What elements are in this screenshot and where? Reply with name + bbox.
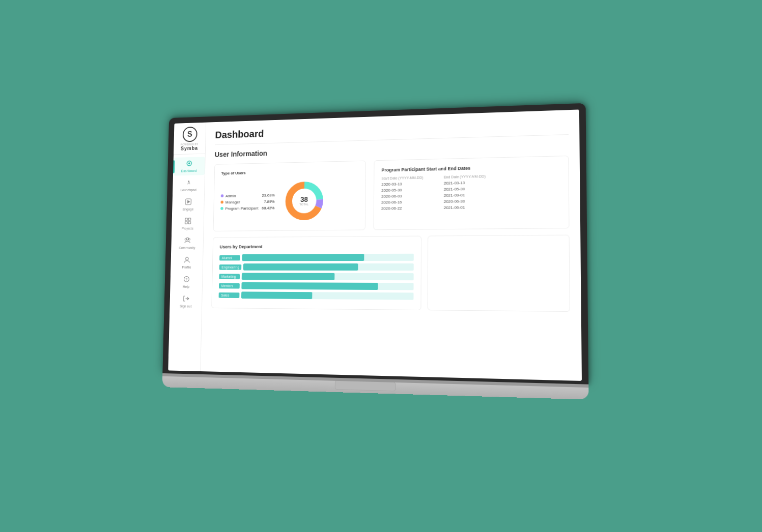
- projects-label: Projects: [181, 227, 193, 230]
- start-date-2: 2020-05-30: [381, 188, 423, 193]
- bar-label-engineering: Engineering: [219, 264, 241, 270]
- donut-chart: 38 TOTAL: [282, 179, 326, 224]
- sidebar-item-dashboard[interactable]: Dashboard: [173, 157, 205, 175]
- dates-table: Start Date (YYYY-MM-DD) 2020-03-13 2020-…: [381, 173, 560, 212]
- bar-track-engineering: [243, 263, 414, 271]
- chart-area: Admin 23.68% Manager 7.89%: [220, 178, 358, 224]
- start-date-1: 2020-03-13: [381, 182, 423, 187]
- legend: Admin 23.68% Manager 7.89%: [220, 193, 275, 211]
- bar-row-engineering: Engineering: [219, 263, 413, 271]
- participant-percent: 68.42%: [260, 205, 274, 210]
- dashboard-label: Dashboard: [181, 169, 196, 172]
- dept-chart-title: Users by Department: [219, 244, 414, 250]
- svg-rect-4: [185, 218, 187, 221]
- help-icon: ?: [183, 276, 189, 284]
- manager-name: Manager: [225, 200, 240, 204]
- projects-icon: [184, 218, 191, 226]
- brand-name: Symba: [181, 145, 198, 151]
- launchpad-icon: [185, 179, 191, 187]
- end-dates-col: End Date (YYYY-MM-DD) 2021-03-13 2021-05…: [443, 174, 485, 212]
- legend-participant: Program Participant 68.42%: [220, 205, 274, 211]
- end-date-5: 2021-06-01: [443, 205, 485, 210]
- bar-label-mentors: Mentors: [218, 283, 239, 288]
- sidebar: S POWERED BY Symba Dashbo: [168, 123, 206, 371]
- engage-label: Engage: [182, 208, 193, 211]
- participant-name: Program Participant: [225, 206, 259, 211]
- sidebar-item-community[interactable]: Community: [171, 234, 203, 253]
- admin-percent: 23.68%: [260, 193, 274, 197]
- start-col-title: Start Date (YYYY-MM-DD): [381, 176, 423, 181]
- bar-track-alumni: [242, 254, 414, 261]
- svg-rect-5: [188, 218, 190, 221]
- sidebar-item-signout[interactable]: Sign out: [170, 292, 202, 311]
- legend-admin: Admin 23.68%: [220, 193, 274, 198]
- manager-percent: 7.89%: [260, 199, 274, 204]
- signout-icon: [182, 295, 189, 303]
- bar-label-marketing: Marketing: [219, 274, 240, 279]
- bar-row-mentors: Mentors: [218, 282, 413, 290]
- bar-row-sales: Sales: [218, 291, 413, 300]
- signout-label: Sign out: [179, 305, 191, 308]
- bar-row-marketing: Marketing: [219, 273, 414, 280]
- bar-label-alumni: Alumni: [219, 255, 240, 260]
- admin-name: Admin: [225, 193, 236, 198]
- section-title-user-info: User Information: [214, 141, 568, 158]
- logo-area: S POWERED BY Symba: [173, 126, 205, 155]
- sidebar-item-help[interactable]: ? Help: [170, 273, 202, 291]
- start-date-3: 2020-06-03: [381, 193, 423, 198]
- sidebar-item-profile[interactable]: Profile: [171, 253, 203, 272]
- svg-rect-7: [188, 221, 190, 224]
- community-icon: [184, 237, 190, 245]
- manager-dot: [220, 201, 223, 204]
- type-of-users-title: Type of Users: [221, 168, 358, 176]
- bar-fill-alumni: [242, 254, 364, 261]
- profile-icon: [183, 256, 190, 264]
- launchpad-label: Launchpad: [180, 188, 196, 192]
- legend-manager: Manager 7.89%: [220, 199, 274, 204]
- admin-dot: [220, 194, 223, 197]
- bar-fill-engineering: [243, 263, 358, 271]
- sidebar-item-projects[interactable]: Projects: [172, 215, 204, 233]
- svg-marker-3: [187, 200, 190, 203]
- community-label: Community: [179, 246, 195, 250]
- active-indicator: [173, 160, 175, 173]
- end-date-3: 2021-09-01: [443, 192, 485, 197]
- donut-total: 38: [299, 196, 308, 203]
- participant-dot: [220, 207, 223, 210]
- start-date-5: 2020-06-22: [381, 205, 422, 211]
- svg-text:?: ?: [185, 277, 187, 282]
- page-title: Dashboard: [215, 118, 569, 145]
- top-section: Type of Users Admin 23.68%: [213, 156, 569, 231]
- empty-card: [427, 235, 570, 312]
- main-content: Dashboard User Information Type of Users…: [201, 109, 582, 381]
- sidebar-item-engage[interactable]: Engage: [172, 195, 204, 214]
- start-date-4: 2020-06-16: [381, 199, 423, 204]
- bar-track-sales: [241, 291, 414, 300]
- dates-section-title: Program Participant Start and End Dates: [381, 164, 560, 173]
- dept-card: Users by Department Alumni Engineering: [211, 236, 421, 311]
- bar-track-marketing: [241, 273, 413, 281]
- end-date-2: 2021-05-30: [443, 186, 485, 191]
- dates-card: Program Participant Start and End Dates …: [373, 156, 569, 230]
- svg-point-10: [188, 239, 189, 240]
- svg-point-9: [184, 239, 186, 240]
- svg-point-11: [185, 257, 188, 260]
- sidebar-item-launchpad[interactable]: Launchpad: [173, 176, 205, 195]
- end-col-title: End Date (YYYY-MM-DD): [443, 174, 485, 179]
- dashboard-icon: [185, 160, 192, 168]
- bar-fill-marketing: [241, 273, 334, 280]
- profile-label: Profile: [182, 265, 191, 269]
- end-date-1: 2021-03-13: [443, 180, 485, 186]
- start-dates-col: Start Date (YYYY-MM-DD) 2020-03-13 2020-…: [381, 176, 423, 213]
- trackpad: [334, 380, 396, 392]
- donut-center: 38 TOTAL: [299, 196, 308, 206]
- bottom-section: Users by Department Alumni Engineering: [211, 235, 570, 312]
- donut-label: TOTAL: [299, 203, 308, 206]
- svg-point-1: [188, 162, 190, 164]
- svg-rect-6: [185, 221, 187, 224]
- bar-fill-mentors: [241, 282, 378, 290]
- user-types-card: Type of Users Admin 23.68%: [213, 161, 366, 231]
- help-label: Help: [183, 285, 189, 288]
- engage-icon: [185, 198, 191, 206]
- bar-fill-sales: [241, 291, 312, 299]
